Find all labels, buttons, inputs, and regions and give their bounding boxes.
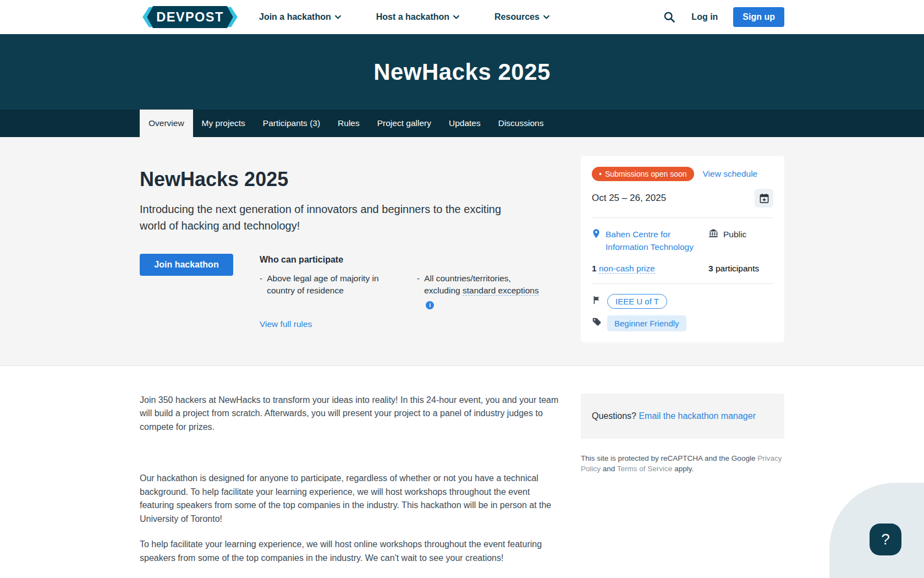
hero-title: NewHacks 2025	[373, 59, 551, 85]
tab-participants[interactable]: Participants (3)	[254, 110, 329, 137]
divider	[592, 217, 773, 218]
tab-updates[interactable]: Updates	[440, 110, 490, 137]
search-button[interactable]	[663, 10, 676, 24]
main-nav: Join a hackathon Host a hackathon Resour…	[259, 12, 549, 22]
eligibility-item-age: - Above legal age of majority in country…	[260, 272, 397, 309]
recaptcha-text: This site is protected by reCAPTCHA and …	[581, 454, 755, 462]
tab-my-projects[interactable]: My projects	[193, 110, 254, 137]
dash: -	[417, 272, 420, 309]
devpost-logo[interactable]: DEVPOST	[140, 6, 240, 28]
who-can-participate: Who can participate - Above legal age of…	[260, 254, 539, 329]
questions-label: Questions?	[592, 411, 636, 421]
tag-icon	[592, 317, 602, 329]
tab-project-gallery[interactable]: Project gallery	[369, 110, 440, 137]
eligibility-item-countries: - All countries/territories, excluding s…	[417, 272, 539, 309]
participants-label: participants	[716, 264, 759, 273]
nav-resources[interactable]: Resources	[494, 12, 549, 22]
login-link[interactable]: Log in	[691, 12, 718, 22]
recaptcha-text: and	[603, 465, 615, 473]
devpost-logo-icon: DEVPOST	[140, 6, 240, 28]
nav-label: Join a hackathon	[259, 12, 331, 22]
prize-count: 1	[592, 264, 597, 273]
hackathon-tagline: Introducing the next generation of innov…	[140, 201, 530, 234]
nav-host-a-hackathon[interactable]: Host a hackathon	[376, 12, 459, 22]
eligibility-text: All countries/territories, excluding sta…	[424, 272, 539, 309]
help-button[interactable]: ?	[870, 524, 901, 555]
divider	[592, 283, 773, 284]
standard-exceptions-link[interactable]: standard exceptions	[463, 286, 539, 296]
view-schedule-link[interactable]: View schedule	[703, 169, 758, 179]
recaptcha-text: apply.	[674, 465, 694, 473]
join-hackathon-button[interactable]: Join hackathon	[140, 254, 233, 276]
tab-overview[interactable]: Overview	[140, 110, 193, 137]
participants-count: 3	[708, 264, 713, 273]
flag-icon	[592, 295, 602, 307]
status-badge: Submissions open soon	[592, 167, 694, 181]
participants-info: 3 participants	[708, 264, 773, 274]
nav-label: Host a hackathon	[376, 12, 449, 22]
description-paragraph: To help facilitate your learning experie…	[140, 538, 559, 565]
chevron-down-icon	[543, 15, 549, 19]
eligibility-text: Above legal age of majority in country o…	[267, 272, 397, 309]
search-icon	[663, 10, 676, 24]
prizes-link[interactable]: non-cash prize	[599, 264, 655, 274]
add-to-calendar-button[interactable]	[755, 189, 773, 208]
who-heading: Who can participate	[260, 255, 539, 265]
dash: -	[260, 272, 262, 309]
nav-join-a-hackathon[interactable]: Join a hackathon	[259, 12, 341, 22]
email-manager-link[interactable]: Email the hackathon manager	[639, 411, 756, 421]
calendar-add-icon	[759, 193, 769, 204]
recaptcha-notice: This site is protected by reCAPTCHA and …	[581, 453, 784, 475]
view-full-rules-link[interactable]: View full rules	[260, 319, 312, 329]
event-summary-card: Submissions open soon View schedule Oct …	[581, 156, 784, 342]
questions-card: Questions? Email the hackathon manager	[581, 394, 784, 439]
top-navbar: DEVPOST Join a hackathon Host a hackatho…	[0, 0, 924, 34]
page-title: NewHacks 2025	[140, 168, 559, 191]
hackathon-tabbar: Overview My projects Participants (3) Ru…	[0, 110, 924, 137]
terms-of-service-link[interactable]: Terms of Service	[617, 465, 673, 473]
venue-link[interactable]: Bahen Centre for Information Technology	[606, 228, 708, 254]
info-icon[interactable]: i	[426, 301, 434, 309]
overview-section: NewHacks 2025 Introducing the next gener…	[0, 137, 924, 366]
nav-label: Resources	[494, 12, 540, 22]
tab-discussions[interactable]: Discussions	[490, 110, 553, 137]
svg-text:DEVPOST: DEVPOST	[156, 10, 223, 24]
institution-icon	[708, 228, 718, 242]
chevron-down-icon	[335, 15, 341, 19]
description-section: Join 350 hackers at NewHacks to transfor…	[0, 366, 924, 565]
hackathon-description: Join 350 hackers at NewHacks to transfor…	[140, 394, 559, 565]
visibility-label: Public	[723, 228, 746, 242]
description-paragraph: Our hackathon is designed for anyone to …	[140, 472, 559, 526]
signup-button[interactable]: Sign up	[733, 7, 784, 27]
chevron-down-icon	[453, 15, 459, 19]
location-pin-icon	[592, 228, 601, 254]
organizer-flair-pill[interactable]: IEEE U of T	[607, 294, 667, 309]
tab-rules[interactable]: Rules	[329, 110, 369, 137]
theme-tag-pill[interactable]: Beginner Friendly	[607, 315, 686, 331]
description-paragraph: Join 350 hackers at NewHacks to transfor…	[140, 394, 559, 434]
prizes-info: 1 non-cash prize	[592, 264, 708, 274]
event-dates: Oct 25 – 26, 2025	[592, 193, 666, 204]
hero-banner: NewHacks 2025	[0, 34, 924, 110]
